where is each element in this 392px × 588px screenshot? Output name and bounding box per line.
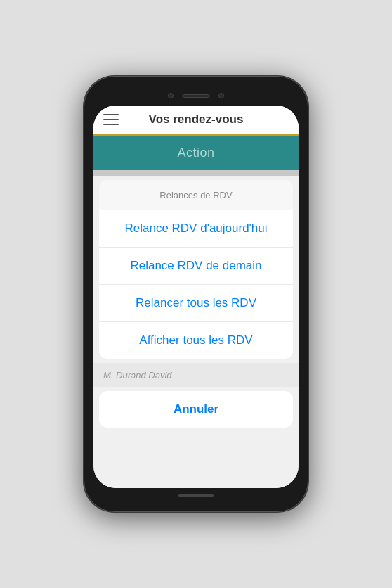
phone-bottom-bar xyxy=(93,488,299,502)
action-item-show-all[interactable]: Afficher tous les RDV xyxy=(99,322,293,359)
cancel-sheet: Annuler xyxy=(99,391,293,428)
behind-content-text: M. Durand David xyxy=(103,370,172,381)
action-item-relance-all[interactable]: Relancer tous les RDV xyxy=(99,285,293,322)
camera-dot-2 xyxy=(218,93,224,98)
phone-device: Vos rendez-vous Action Relances de RDV R… xyxy=(84,76,308,512)
action-item-show-all-label: Afficher tous les RDV xyxy=(139,333,252,347)
action-banner: Action xyxy=(93,136,299,170)
hamburger-line-1 xyxy=(103,114,119,115)
cancel-button-label: Annuler xyxy=(174,402,218,416)
hamburger-button[interactable] xyxy=(103,114,119,125)
action-banner-text: Action xyxy=(177,146,214,160)
action-item-relance-today-label: Relance RDV d'aujourd'hui xyxy=(124,222,267,235)
phone-top-bar xyxy=(93,86,299,106)
page-title: Vos rendez-vous xyxy=(119,113,273,127)
hamburger-line-2 xyxy=(103,119,119,120)
app-screen: Vos rendez-vous Action Relances de RDV R… xyxy=(93,106,299,488)
behind-content: M. Durand David xyxy=(93,363,299,387)
action-item-relance-tomorrow[interactable]: Relance RDV de demain xyxy=(99,248,293,285)
cancel-button[interactable]: Annuler xyxy=(99,391,293,428)
camera-dot xyxy=(168,93,174,98)
hamburger-line-3 xyxy=(103,124,119,125)
action-sheet: Relances de RDV Relance RDV d'aujourd'hu… xyxy=(99,180,293,359)
home-indicator xyxy=(178,494,214,497)
action-item-relance-tomorrow-label: Relance RDV de demain xyxy=(130,259,261,272)
action-sheet-header-text: Relances de RDV xyxy=(159,190,232,200)
action-sheet-header: Relances de RDV xyxy=(99,180,293,210)
app-header: Vos rendez-vous xyxy=(93,106,299,136)
phone-screen: Vos rendez-vous Action Relances de RDV R… xyxy=(93,106,299,488)
separator-bar xyxy=(93,170,299,176)
action-item-relance-today[interactable]: Relance RDV d'aujourd'hui xyxy=(99,210,293,248)
action-item-relance-all-label: Relancer tous les RDV xyxy=(136,296,256,309)
phone-speaker xyxy=(182,94,210,98)
